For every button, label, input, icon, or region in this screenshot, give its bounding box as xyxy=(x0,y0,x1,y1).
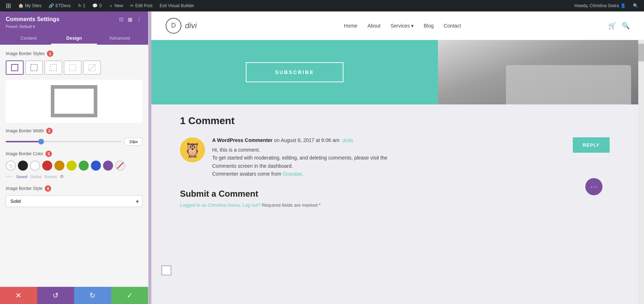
color-swatch-red[interactable] xyxy=(42,161,52,171)
image-border-width-label: Image Border Width 2 xyxy=(6,128,142,134)
scrollbar-thumb[interactable] xyxy=(638,44,644,62)
undo-button[interactable]: ↺ xyxy=(37,287,74,304)
avatar-emoji: 🦉 xyxy=(184,142,201,158)
wordpress-logo[interactable]: ⊞ xyxy=(3,0,14,11)
border-style-none[interactable] xyxy=(83,60,101,75)
svg-rect-3 xyxy=(69,64,76,71)
color-saved-btn[interactable]: Saved xyxy=(16,175,27,179)
nav-services[interactable]: Services ▾ xyxy=(391,23,414,29)
border-style-dotted[interactable] xyxy=(64,60,82,75)
comment-line-4: Commenter avatars come from Gravatar. xyxy=(212,170,610,178)
dashed-border-icon-1 xyxy=(30,63,38,72)
color-swatches: ⦸ xyxy=(6,161,142,171)
site-logo: D divi xyxy=(166,18,197,34)
comment-line-1: Hi, this is a comment. xyxy=(212,146,610,154)
scrollbar-track[interactable] xyxy=(638,40,644,304)
svg-rect-0 xyxy=(11,64,18,71)
comment-line-3: Comments screen in the dashboard. xyxy=(212,162,610,170)
border-style-dashed-2[interactable] xyxy=(44,60,62,75)
color-swatch-transparent[interactable]: ⦸ xyxy=(6,161,16,171)
badge-2: 2 xyxy=(46,128,53,134)
no-border-icon xyxy=(88,63,96,72)
color-swatch-black[interactable] xyxy=(18,161,28,171)
color-swatch-purple[interactable] xyxy=(103,161,113,171)
exit-builder-link[interactable]: Exit Visual Builder xyxy=(157,2,197,10)
nav-icons: 🛒 🔍 xyxy=(608,22,630,30)
comment-author: A WordPress Commenter on August 6, 2017 … xyxy=(212,137,610,143)
slider-thumb[interactable] xyxy=(38,139,44,144)
gravatar-link[interactable]: Gravatar xyxy=(283,171,302,177)
color-settings-gear-icon[interactable]: ⚙ xyxy=(60,174,64,179)
update-count[interactable]: ↻ 1 xyxy=(75,2,88,10)
image-border-color-section: Image Border Color 3 ⦸ xyxy=(6,151,142,180)
color-recent-btn[interactable]: Recent xyxy=(44,175,57,179)
svg-line-5 xyxy=(89,64,95,71)
reply-button[interactable]: REPLY xyxy=(573,137,610,153)
svg-rect-2 xyxy=(50,64,57,71)
save-button[interactable]: ✓ xyxy=(111,287,148,304)
new-button[interactable]: ＋ New xyxy=(106,1,126,10)
color-swatch-blue[interactable] xyxy=(91,161,101,171)
logged-in-text: Logged in as Christina Gwira. Log out? R… xyxy=(180,202,610,208)
panel-header: Comments Settings ⊡ ▦ ⋮ Preset: Default … xyxy=(0,11,148,45)
border-width-slider[interactable] xyxy=(6,141,122,142)
howdy-user[interactable]: Howdy, Christina Gwira 👤 xyxy=(572,2,629,10)
comment-count[interactable]: 💬 0 xyxy=(89,2,104,10)
solid-border-icon xyxy=(10,63,19,72)
admin-bar-right: Howdy, Christina Gwira 👤 🔍 xyxy=(572,2,641,10)
transparent-icon: ⦸ xyxy=(9,162,13,169)
hero-image xyxy=(438,40,638,104)
border-style-select[interactable]: Solid None Dashed Dotted Double xyxy=(6,195,142,207)
dotted-border-icon xyxy=(68,63,77,72)
color-swatch-green[interactable] xyxy=(79,161,89,171)
cart-icon[interactable]: 🛒 xyxy=(608,22,616,30)
comment-count-heading: 1 Comment xyxy=(180,115,610,127)
nav-contact[interactable]: Contact xyxy=(444,23,461,29)
border-style-dashed-1[interactable] xyxy=(25,60,43,75)
color-more-dots[interactable]: ··· xyxy=(6,173,13,180)
cancel-button[interactable]: ✕ xyxy=(0,287,37,304)
dashed-border-icon-2 xyxy=(49,63,58,72)
site-search-icon[interactable]: 🔍 xyxy=(622,22,630,30)
redo-button[interactable]: ↻ xyxy=(74,287,111,304)
logo-circle: D xyxy=(166,18,181,34)
tab-content[interactable]: Content xyxy=(6,33,51,45)
site-content: SUBSCRIBE xyxy=(151,40,644,304)
panel-layout-icon[interactable]: ▦ xyxy=(127,16,133,23)
border-width-value[interactable]: 10px xyxy=(125,138,142,146)
nav-home[interactable]: Home xyxy=(344,23,357,29)
tab-design[interactable]: Design xyxy=(51,33,97,45)
nav-about[interactable]: About xyxy=(367,23,381,29)
services-dropdown-icon: ▾ xyxy=(411,23,414,29)
border-styles-group xyxy=(6,60,142,75)
selection-checkbox[interactable] xyxy=(161,265,171,275)
hero-image-inner xyxy=(438,40,638,104)
subscribe-button[interactable]: SUBSCRIBE xyxy=(246,62,343,82)
panel-resize-handle[interactable] xyxy=(148,11,151,304)
border-style-solid[interactable] xyxy=(6,60,24,75)
panel-expand-icon[interactable]: ⊡ xyxy=(118,16,124,23)
color-swatch-yellow[interactable] xyxy=(67,161,77,171)
admin-search-icon[interactable]: 🔍 xyxy=(630,2,641,10)
nav-blog[interactable]: Blog xyxy=(424,23,434,29)
my-sites-link[interactable]: 🏠 My Sites xyxy=(15,2,44,10)
color-row-actions: ··· Saved Global Recent ⚙ xyxy=(6,173,142,180)
color-swatch-orange[interactable] xyxy=(54,161,64,171)
log-out-link[interactable]: Log out? xyxy=(242,202,262,208)
comment-line-2: To get started with moderating, editing,… xyxy=(212,154,610,162)
admin-bar: ⊞ 🏠 My Sites 🔗 ETDevs ↻ 1 💬 0 ＋ New ✏ Ed… xyxy=(0,0,644,11)
edit-post-link[interactable]: ✏ Edit Post xyxy=(127,2,155,10)
panel-more-icon[interactable]: ⋮ xyxy=(136,16,142,23)
color-swatch-white[interactable] xyxy=(30,161,40,171)
et-devs-link[interactable]: 🔗 ETDevs xyxy=(46,2,74,10)
logged-in-user-link[interactable]: Logged in as Christina Gwira xyxy=(180,202,240,208)
tab-advanced[interactable]: Advanced xyxy=(97,33,142,45)
border-width-slider-row: 10px xyxy=(6,138,142,146)
comment-date-text: on xyxy=(274,137,281,143)
comment-edit-link[interactable]: (Edit) xyxy=(342,138,353,143)
comment-text: Hi, this is a comment. To get started wi… xyxy=(212,146,610,178)
color-swatch-strikethrough[interactable] xyxy=(115,161,125,171)
color-global-btn[interactable]: Global xyxy=(30,175,42,179)
submit-comment-heading: Submit a Comment xyxy=(180,189,610,199)
floating-more-button[interactable]: ··· xyxy=(585,178,602,195)
